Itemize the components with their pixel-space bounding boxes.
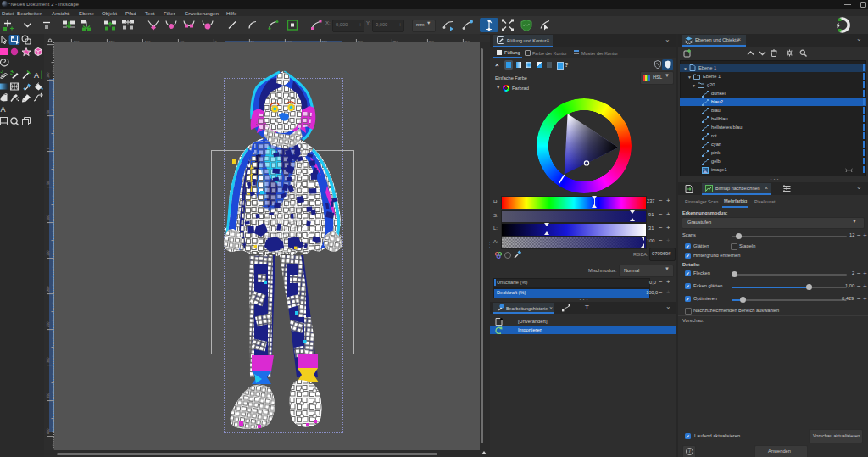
svg-text:100: 100	[47, 72, 51, 78]
svg-text:A: A	[1, 105, 6, 114]
svg-text:50: 50	[47, 181, 51, 185]
svg-text:50: 50	[47, 109, 51, 114]
svg-text:400: 400	[47, 428, 51, 434]
svg-text:A: A	[34, 71, 39, 80]
svg-text:150: 150	[47, 42, 51, 42]
svg-text:150: 150	[47, 250, 51, 256]
svg-text:350: 350	[47, 393, 51, 398]
svg-text:100: 100	[47, 215, 51, 220]
svg-text:300: 300	[47, 357, 51, 363]
svg-text:250: 250	[47, 321, 51, 327]
svg-text:200: 200	[47, 286, 51, 292]
